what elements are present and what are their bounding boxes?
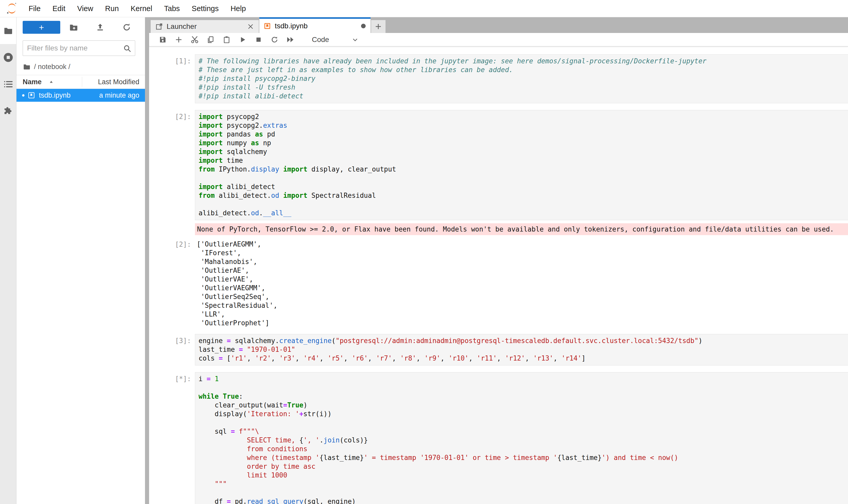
notebook-file-icon (28, 91, 35, 99)
add-cell-icon[interactable] (171, 34, 187, 45)
stderr-output-row: None of PyTorch, TensorFlow >= 2.0, or F… (149, 223, 848, 235)
notebook-icon (264, 22, 271, 30)
execution-prompt: [*]: (149, 372, 195, 504)
cut-cell-icon[interactable] (187, 34, 203, 45)
run-all-icon[interactable] (283, 34, 299, 45)
new-launcher-button[interactable]: + (23, 21, 60, 34)
execution-prompt: [1]: (149, 54, 195, 103)
chevron-down-icon[interactable] (351, 36, 359, 43)
jupyter-logo-icon (5, 2, 19, 15)
tab-notebook-label: tsdb.ipynb (275, 22, 360, 30)
file-row-selected[interactable]: tsdb.ipynb a minute ago (17, 89, 145, 102)
upload-icon[interactable] (87, 21, 113, 34)
column-header-modified[interactable]: Last Modified (82, 78, 145, 86)
file-name: tsdb.ipynb (39, 91, 71, 100)
cell-input-row: [2]:import psycopg2 import psycopg2.extr… (149, 110, 848, 220)
close-icon[interactable] (247, 23, 254, 30)
notebook-cell: [1]:# The following libraries have alrea… (149, 54, 848, 103)
tab-launcher[interactable]: Launcher (151, 20, 259, 33)
notebook-cell: [3]:engine = sqlalchemy.create_engine("p… (149, 334, 848, 365)
copy-cell-icon[interactable] (203, 34, 219, 45)
new-tab-button[interactable] (371, 20, 385, 33)
output-prompt-empty (149, 223, 195, 235)
unsaved-dot-icon (22, 94, 24, 96)
notebook-cell: [*]:i = 1 while True: clear_output(wait=… (149, 372, 848, 504)
menu-settings[interactable]: Settings (186, 4, 224, 13)
code-cell-input[interactable]: import psycopg2 import psycopg2.extras i… (195, 110, 848, 220)
stderr-output: None of PyTorch, TensorFlow >= 2.0, or F… (195, 223, 848, 235)
paste-cell-icon[interactable] (219, 34, 235, 45)
notebook-cells: [1]:# The following libraries have alrea… (149, 54, 848, 504)
breadcrumb-path: / notebook / (34, 63, 70, 71)
notebook-cell: [2]:import psycopg2 import psycopg2.extr… (149, 110, 848, 327)
running-sessions-icon[interactable] (0, 44, 16, 71)
refresh-icon[interactable] (113, 21, 140, 34)
search-icon (123, 44, 131, 53)
save-icon[interactable] (155, 34, 171, 45)
sort-ascending-icon (49, 79, 54, 85)
output-prompt: [2]: (149, 238, 195, 327)
sidebar-resizer[interactable] (145, 17, 149, 504)
stop-icon[interactable] (251, 34, 267, 45)
filter-files-input[interactable] (23, 40, 135, 56)
tab-notebook[interactable]: tsdb.ipynb (259, 17, 371, 33)
activity-bar (0, 17, 17, 504)
code-cell-input[interactable]: engine = sqlalchemy.create_engine("postg… (195, 334, 848, 365)
menu-help[interactable]: Help (224, 4, 252, 13)
code-cell-input[interactable]: i = 1 while True: clear_output(wait=True… (195, 372, 848, 504)
tab-bar: Launcher tsdb.ipynb (149, 17, 848, 33)
notebook-panel: [1]:# The following libraries have alrea… (149, 47, 848, 504)
result-output-row: [2]:['OutlierAEGMM', 'IForest', 'Mahalan… (149, 238, 848, 327)
menu-view[interactable]: View (71, 4, 99, 13)
cell-input-row: [3]:engine = sqlalchemy.create_engine("p… (149, 334, 848, 365)
menu-bar: File Edit View Run Kernel Tabs Settings … (0, 0, 848, 17)
cell-input-row: [*]:i = 1 while True: clear_output(wait=… (149, 372, 848, 504)
table-of-contents-icon[interactable] (0, 71, 16, 97)
launcher-icon (155, 23, 163, 30)
code-cell-input[interactable]: # The following libraries have already b… (195, 54, 848, 103)
cell-type-dropdown[interactable]: Code (312, 36, 329, 44)
execution-prompt: [3]: (149, 334, 195, 365)
new-folder-icon[interactable] (60, 21, 87, 34)
file-browser-icon[interactable] (0, 17, 16, 44)
menu-kernel[interactable]: Kernel (125, 4, 158, 13)
plus-icon (375, 23, 382, 30)
breadcrumb[interactable]: / notebook / (17, 58, 145, 75)
file-browser-panel: + / notebook / Name Last Modif (17, 17, 145, 504)
home-folder-icon[interactable] (23, 62, 31, 71)
run-icon[interactable] (235, 34, 251, 45)
column-header-name[interactable]: Name (17, 78, 82, 86)
execution-prompt: [2]: (149, 110, 195, 220)
dirty-indicator-icon[interactable] (360, 23, 366, 29)
tab-launcher-label: Launcher (167, 22, 247, 31)
cell-input-row: [1]:# The following libraries have alrea… (149, 54, 848, 103)
restart-kernel-icon[interactable] (267, 34, 283, 45)
file-modified: a minute ago (71, 91, 145, 100)
menu-tabs[interactable]: Tabs (158, 4, 186, 13)
extensions-icon[interactable] (0, 97, 16, 124)
result-output: ['OutlierAEGMM', 'IForest', 'Mahalanobis… (195, 238, 848, 327)
notebook-toolbar: Code (149, 33, 848, 47)
menu-run[interactable]: Run (99, 4, 125, 13)
menu-file[interactable]: File (23, 4, 47, 13)
menu-edit[interactable]: Edit (47, 4, 71, 13)
